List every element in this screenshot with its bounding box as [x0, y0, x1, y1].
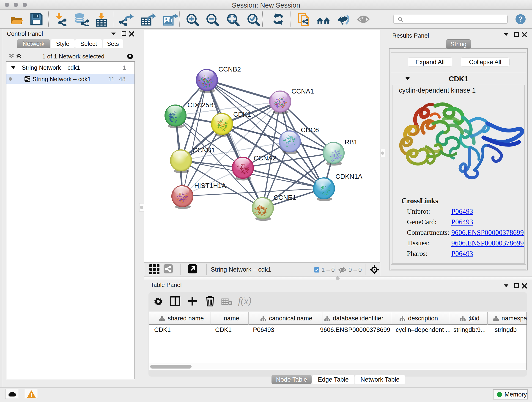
svg-text:CCNB2: CCNB2	[218, 65, 241, 73]
svg-text:CCNE1: CCNE1	[273, 194, 296, 201]
svg-text:CDK1: CDK1	[233, 111, 251, 118]
svg-text:HIST1H1A: HIST1H1A	[194, 182, 226, 189]
svg-text:CCNB1: CCNB1	[192, 147, 215, 154]
svg-text:?: ?	[518, 15, 523, 23]
svg-text:CCNA1: CCNA1	[291, 88, 314, 95]
svg-text:RB1: RB1	[345, 138, 357, 146]
svg-text:CDC6: CDC6	[301, 126, 319, 134]
svg-text:CDC25B: CDC25B	[187, 101, 214, 109]
svg-text:CCNA2: CCNA2	[254, 154, 276, 162]
svg-text:CDKN1A: CDKN1A	[336, 173, 362, 180]
